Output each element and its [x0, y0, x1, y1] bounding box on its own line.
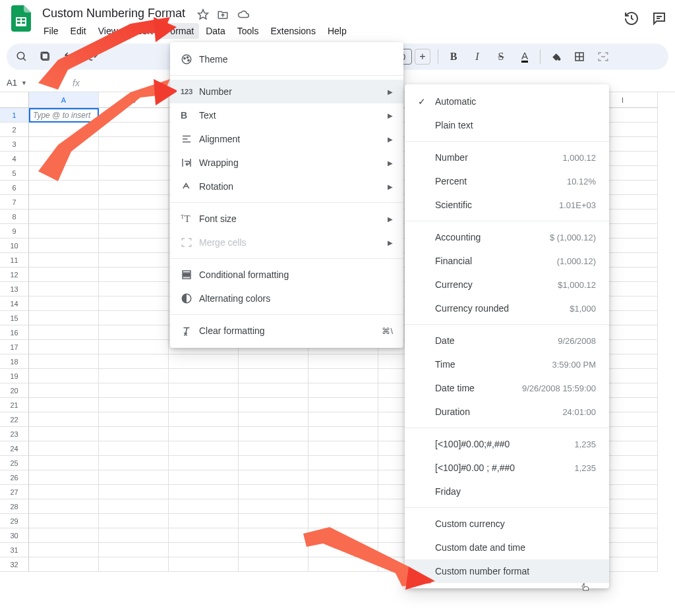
cell[interactable] — [29, 412, 99, 427]
cell[interactable] — [169, 557, 239, 572]
cell[interactable] — [99, 470, 169, 485]
cell[interactable] — [29, 210, 99, 224]
cell[interactable] — [308, 398, 378, 412]
num-custom2[interactable]: [<100]#0.00 ; #,##01,235 — [405, 456, 609, 480]
cell[interactable] — [29, 253, 99, 267]
cell[interactable] — [169, 514, 239, 528]
cell[interactable] — [239, 456, 308, 470]
row-header[interactable]: 16 — [0, 325, 29, 340]
row-header[interactable]: 17 — [0, 340, 29, 354]
cell[interactable] — [169, 354, 239, 369]
cell[interactable] — [239, 470, 308, 485]
cell[interactable] — [308, 427, 378, 441]
cell[interactable] — [239, 528, 308, 543]
num-time[interactable]: Time3:59:00 PM — [405, 352, 609, 376]
cell[interactable] — [29, 282, 99, 296]
cell[interactable] — [29, 470, 99, 485]
cell[interactable] — [169, 470, 239, 485]
cell[interactable] — [29, 224, 99, 238]
cell[interactable] — [99, 354, 169, 369]
num-custom-datetime[interactable]: Custom date and time — [405, 536, 609, 559]
cell[interactable] — [99, 557, 169, 572]
cell[interactable] — [29, 267, 99, 282]
cell[interactable] — [99, 282, 169, 296]
cloud-status-icon[interactable] — [237, 9, 250, 20]
row-header[interactable]: 32 — [0, 557, 29, 572]
menu-help[interactable]: Help — [322, 23, 352, 39]
cell[interactable] — [239, 412, 308, 427]
row-header[interactable]: 8 — [0, 210, 29, 224]
cell[interactable] — [99, 210, 169, 224]
move-icon[interactable] — [217, 9, 229, 20]
menu-extensions[interactable]: Extensions — [265, 23, 320, 39]
cell[interactable] — [99, 456, 169, 470]
cell[interactable] — [99, 253, 169, 267]
cell[interactable] — [99, 224, 169, 238]
row-header[interactable]: 29 — [0, 514, 29, 528]
cell[interactable] — [99, 296, 169, 311]
num-currency-rounded[interactable]: Currency rounded$1,000 — [405, 296, 609, 320]
row-header[interactable]: 10 — [0, 238, 29, 253]
num-custom-number[interactable]: Custom number format — [405, 559, 609, 583]
cell[interactable] — [169, 398, 239, 412]
cell[interactable] — [29, 296, 99, 311]
history-icon[interactable] — [624, 11, 639, 26]
cell[interactable] — [239, 557, 308, 572]
select-all-corner[interactable] — [0, 92, 29, 108]
cell[interactable] — [29, 383, 99, 398]
menu-alignment[interactable]: Alignment ▶ — [170, 127, 403, 151]
row-header[interactable]: 23 — [0, 427, 29, 441]
num-scientific[interactable]: Scientific1.01E+03 — [405, 193, 609, 217]
num-automatic[interactable]: ✓ Automatic — [405, 90, 609, 113]
cell[interactable] — [169, 456, 239, 470]
cell[interactable] — [239, 485, 308, 499]
cell[interactable] — [29, 311, 99, 325]
cell[interactable] — [99, 514, 169, 528]
row-header[interactable]: 4 — [0, 152, 29, 166]
cell[interactable] — [29, 369, 99, 383]
strikethrough-icon[interactable]: S — [492, 48, 510, 65]
cell[interactable] — [308, 354, 378, 369]
merge-icon[interactable] — [595, 48, 612, 65]
row-header[interactable]: 15 — [0, 311, 29, 325]
row-header[interactable]: 24 — [0, 441, 29, 456]
cell[interactable] — [29, 340, 99, 354]
cell[interactable] — [239, 499, 308, 514]
row-header[interactable]: 31 — [0, 543, 29, 557]
cell[interactable] — [99, 311, 169, 325]
menu-alternating[interactable]: Alternating colors — [170, 287, 403, 310]
num-currency[interactable]: Currency$1,000.12 — [405, 273, 609, 296]
menu-clear-formatting[interactable]: Clear formatting ⌘\ — [170, 319, 403, 343]
cell[interactable] — [308, 441, 378, 456]
menu-number[interactable]: 123 Number ▶ — [170, 80, 403, 103]
cell[interactable] — [99, 543, 169, 557]
cell[interactable] — [99, 195, 169, 210]
menu-text[interactable]: B Text ▶ — [170, 103, 403, 127]
row-header[interactable]: 30 — [0, 528, 29, 543]
cell[interactable] — [99, 485, 169, 499]
comments-icon[interactable] — [651, 11, 667, 26]
num-accounting[interactable]: Accounting$ (1,000.12) — [405, 225, 609, 249]
menu-rotation[interactable]: Rotation ▶ — [170, 175, 403, 198]
cell[interactable] — [169, 412, 239, 427]
row-header[interactable]: 18 — [0, 354, 29, 369]
menu-wrapping[interactable]: Wrapping ▶ — [170, 151, 403, 175]
num-financial[interactable]: Financial(1,000.12) — [405, 249, 609, 273]
row-header[interactable]: 13 — [0, 282, 29, 296]
row-header[interactable]: 11 — [0, 253, 29, 267]
row-header[interactable]: 27 — [0, 485, 29, 499]
row-header[interactable]: 21 — [0, 398, 29, 412]
num-datetime[interactable]: Date time9/26/2008 15:59:00 — [405, 376, 609, 400]
num-duration[interactable]: Duration24:01:00 — [405, 400, 609, 424]
row-header[interactable]: 20 — [0, 383, 29, 398]
cell[interactable] — [308, 499, 378, 514]
sheets-logo[interactable] — [8, 5, 34, 32]
row-header[interactable]: 26 — [0, 470, 29, 485]
row-header[interactable]: 1 — [0, 108, 29, 123]
italic-icon[interactable]: I — [469, 48, 486, 65]
cell[interactable] — [29, 354, 99, 369]
star-icon[interactable] — [197, 9, 209, 20]
cell[interactable] — [99, 340, 169, 354]
row-header[interactable]: 2 — [0, 123, 29, 137]
menu-fontsize[interactable]: TT Font size ▶ — [170, 207, 403, 231]
